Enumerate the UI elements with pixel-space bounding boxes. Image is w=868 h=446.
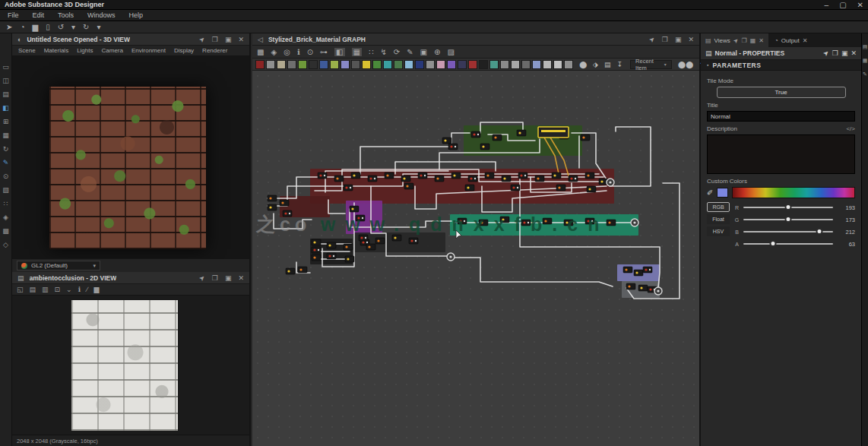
graph-tool-icon-4[interactable]: ⊙ [307, 48, 313, 56]
menu-file[interactable]: File [8, 11, 19, 19]
dock-icon[interactable]: ▣ [841, 49, 848, 57]
close-icon[interactable]: ✕ [759, 37, 764, 44]
close-button[interactable]: ✕ [857, 0, 863, 10]
view2d-tool-icon-2[interactable]: ▥ [42, 286, 49, 293]
palette-tail-icon-1[interactable]: ⬗ [593, 61, 598, 68]
palette-node-9[interactable] [351, 60, 360, 69]
graph-tool-icon-11[interactable]: ✎ [407, 48, 413, 56]
collapsed-panel-icon-2[interactable]: ✎ [863, 71, 867, 77]
maximize-button[interactable]: ▢ [839, 0, 846, 10]
pin-icon[interactable]: ➤ [196, 272, 207, 283]
toolbar-icon-1[interactable]: ◔ [20, 21, 24, 33]
color-mode-rgb[interactable]: RGB [707, 202, 730, 212]
slider-handle[interactable] [785, 216, 792, 223]
pin-icon[interactable]: ➤ [196, 33, 207, 45]
view3d-menu-materials[interactable]: Materials [44, 47, 68, 54]
toolbar-icon-2[interactable]: ▆ [32, 21, 38, 33]
left-tool-icon-8[interactable]: ⊙ [3, 173, 9, 180]
title-input[interactable] [707, 111, 855, 122]
view2d-tool-icon-0[interactable]: ◱ [17, 286, 24, 293]
palette-node-10[interactable] [362, 60, 371, 69]
pin-icon[interactable]: ➤ [732, 36, 740, 44]
slider-handle[interactable] [769, 240, 776, 247]
dock-icon[interactable]: ▣ [223, 36, 233, 43]
toolbar-icon-7[interactable]: ▾ [97, 21, 100, 33]
left-tool-icon-0[interactable]: ▭ [2, 64, 9, 71]
graph-tool-icon-13[interactable]: ⊕ [434, 48, 440, 56]
toolbar-icon-6[interactable]: ↻ [83, 21, 89, 33]
toolbar-icon-5[interactable]: ▾ [71, 21, 75, 33]
palette-node-11[interactable] [372, 60, 382, 69]
collapsed-panel-icon-1[interactable]: ▦ [863, 58, 868, 64]
collapsed-panel-icon-0[interactable]: ▤ [863, 44, 868, 50]
view3d-menu-renderer[interactable]: Renderer [202, 47, 227, 54]
close-icon[interactable]: ✕ [851, 49, 857, 57]
graph-canvas[interactable]: 技之co www.qdnxxfb.cn [252, 71, 699, 446]
view2d-viewport[interactable] [12, 296, 249, 435]
palette-node-26[interactable] [532, 60, 541, 69]
palette-node-1[interactable] [266, 60, 275, 69]
view3d-menu-display[interactable]: Display [174, 47, 194, 54]
palette-node-14[interactable] [404, 60, 413, 69]
graph-tool-icon-5[interactable]: ⊶ [320, 48, 328, 56]
left-tool-icon-1[interactable]: ◫ [2, 77, 9, 84]
tab-views[interactable]: ▤ Views ➤ ❐ ▦ ✕ [701, 33, 768, 47]
view2d-tool-icon-7[interactable]: ▆ [94, 286, 100, 293]
slider-handle[interactable] [816, 228, 823, 235]
float-icon[interactable]: ❐ [832, 49, 838, 57]
tile-mode-toggle-button[interactable]: True [717, 87, 846, 98]
toolbar-icon-4[interactable]: ↺ [58, 21, 64, 33]
palette-node-13[interactable] [394, 60, 403, 69]
palette-node-22[interactable] [489, 60, 499, 69]
graph-tool-icon-12[interactable]: ▣ [420, 48, 427, 56]
left-tool-icon-12[interactable]: ▩ [2, 228, 9, 235]
left-tool-icon-3[interactable]: ◧ [2, 105, 9, 112]
code-icon[interactable]: </> [846, 125, 855, 132]
left-tool-icon-2[interactable]: ▤ [2, 91, 9, 98]
float-icon[interactable]: ❐ [211, 36, 220, 43]
palette-node-2[interactable] [277, 60, 286, 69]
left-tool-icon-7[interactable]: ✎ [3, 160, 9, 166]
palette-end-icon-0[interactable]: ⬤⬤ [678, 61, 693, 68]
tab-output[interactable]: ◔ Output ✕ [770, 33, 813, 47]
view3d-menu-lights[interactable]: Lights [77, 47, 93, 54]
toolbar-icon-0[interactable]: ➤ [6, 21, 12, 33]
left-tool-icon-6[interactable]: ↻ [3, 146, 9, 153]
slider-track[interactable] [743, 228, 833, 236]
description-textarea[interactable] [707, 134, 855, 174]
palette-node-6[interactable] [319, 60, 328, 69]
pin-icon[interactable]: ➤ [646, 33, 657, 45]
left-tool-icon-13[interactable]: ◇ [3, 242, 8, 248]
graph-tool-icon-14[interactable]: ▨ [447, 48, 454, 56]
palette-node-12[interactable] [383, 60, 392, 69]
palette-node-16[interactable] [426, 60, 435, 69]
float-icon[interactable]: ❐ [741, 37, 746, 44]
color-mode-float[interactable]: Float [707, 214, 730, 224]
left-tool-icon-11[interactable]: ◈ [3, 214, 8, 221]
palette-node-23[interactable] [500, 60, 509, 69]
toolbar-icon-3[interactable]: ▯ [46, 21, 50, 33]
graph-tool-icon-7[interactable]: ▦ [352, 48, 362, 56]
menu-tools[interactable]: Tools [58, 11, 74, 19]
palette-node-0[interactable] [255, 60, 265, 69]
grid-icon[interactable]: ▦ [750, 37, 756, 44]
palette-node-25[interactable] [521, 60, 531, 69]
dock-icon[interactable]: ▣ [223, 274, 233, 282]
palette-node-20[interactable] [468, 60, 477, 69]
palette-node-19[interactable] [458, 60, 467, 69]
palette-tail-icon-2[interactable]: ▤ [604, 61, 611, 68]
palette-node-4[interactable] [298, 60, 307, 69]
slider-track[interactable] [743, 216, 833, 223]
pin-icon[interactable]: ➤ [822, 49, 831, 58]
palette-node-8[interactable] [341, 60, 350, 69]
graph-tool-icon-6[interactable]: ◧ [334, 48, 344, 56]
palette-node-17[interactable] [436, 60, 445, 69]
view2d-tool-icon-3[interactable]: ⊡ [55, 286, 61, 293]
graph-tool-icon-10[interactable]: ⟳ [394, 48, 400, 56]
minimize-button[interactable]: – [825, 0, 829, 10]
menu-edit[interactable]: Edit [33, 11, 45, 19]
view3d-menu-camera[interactable]: Camera [102, 47, 123, 54]
palette-node-29[interactable] [564, 60, 573, 69]
view3d-menu-environment[interactable]: Environment [131, 47, 166, 54]
slider-handle[interactable] [785, 204, 792, 210]
